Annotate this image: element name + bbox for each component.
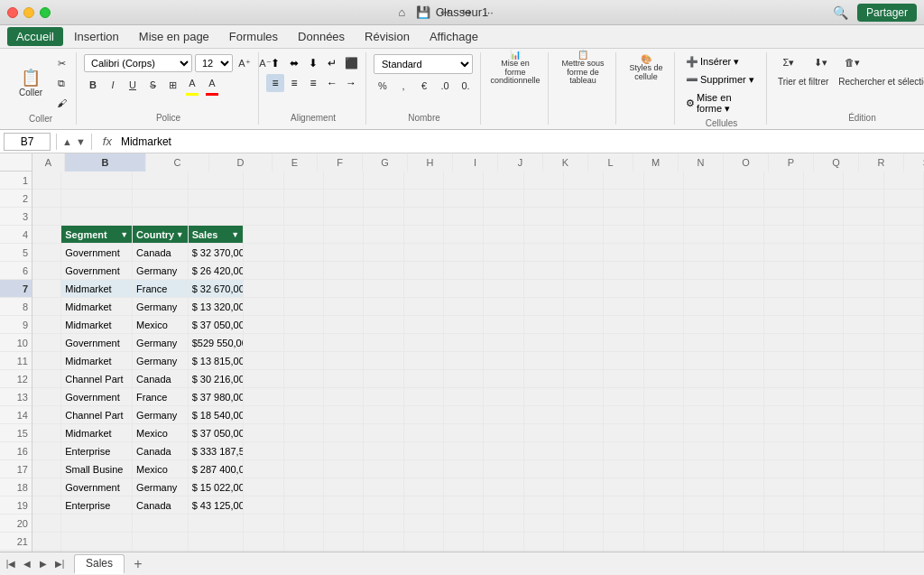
cell-J3[interactable] (444, 208, 484, 226)
cell-C20[interactable] (133, 515, 189, 533)
row-num-2[interactable]: 2 (0, 190, 32, 208)
cell-B20[interactable] (61, 515, 133, 533)
cell-C16[interactable]: Canada (133, 442, 189, 460)
cell-P15[interactable] (684, 424, 724, 442)
cell-G15[interactable] (324, 424, 364, 442)
cell-I7[interactable] (404, 280, 444, 298)
col-header-j[interactable]: J (498, 153, 543, 172)
cell-T6[interactable] (844, 262, 883, 280)
row-num-6[interactable]: 6 (0, 262, 32, 280)
cell-B17[interactable]: Small Busine (61, 460, 133, 478)
cell-P20[interactable] (684, 515, 724, 533)
cell-R8[interactable] (764, 298, 804, 316)
cell-L18[interactable] (524, 478, 564, 496)
home-icon[interactable]: ⌂ (393, 4, 411, 22)
cell-T14[interactable] (844, 406, 883, 424)
cell-D21[interactable] (189, 533, 245, 551)
fill-color-button[interactable]: A (183, 74, 201, 92)
cell-G2[interactable] (324, 190, 364, 208)
cell-L17[interactable] (524, 460, 564, 478)
cell-R1[interactable] (764, 172, 804, 190)
cell-N7[interactable] (604, 280, 643, 298)
cell-U9[interactable] (884, 316, 924, 334)
col-header-i[interactable]: I (453, 153, 498, 172)
cell-T4[interactable] (844, 226, 883, 244)
cell-B9[interactable]: Midmarket (61, 316, 133, 334)
sort-filter-button[interactable]: Trier et filtrer (774, 74, 832, 89)
cell-R18[interactable] (764, 478, 804, 496)
cell-N15[interactable] (604, 424, 643, 442)
cell-P9[interactable] (684, 316, 724, 334)
cell-P19[interactable] (684, 496, 724, 515)
cell-U14[interactable] (884, 406, 924, 424)
cell-F18[interactable] (284, 478, 324, 496)
cell-H19[interactable] (364, 496, 403, 515)
row-num-9[interactable]: 9 (0, 316, 32, 334)
cell-F9[interactable] (284, 316, 324, 334)
cell-P17[interactable] (684, 460, 724, 478)
cell-T19[interactable] (844, 496, 883, 515)
cell-U5[interactable] (884, 244, 924, 262)
cell-O13[interactable] (644, 388, 684, 406)
cell-S9[interactable] (804, 316, 844, 334)
cell-F6[interactable] (284, 262, 324, 280)
cell-S15[interactable] (804, 424, 844, 442)
cell-O12[interactable] (644, 370, 684, 388)
cell-T8[interactable] (844, 298, 883, 316)
menu-mise-en-page[interactable]: Mise en page (130, 27, 218, 46)
cell-C18[interactable]: Germany (133, 478, 189, 496)
cell-N20[interactable] (604, 515, 643, 533)
cell-A15[interactable] (32, 424, 61, 442)
cell-P13[interactable] (684, 388, 724, 406)
cell-C19[interactable]: Canada (133, 496, 189, 515)
cell-N14[interactable] (604, 406, 643, 424)
next-sheet-button[interactable]: ▶ (36, 557, 51, 571)
decrease-decimal-button[interactable]: 0. (457, 77, 475, 95)
cell-O20[interactable] (644, 515, 684, 533)
row-num-21[interactable]: 21 (0, 533, 32, 551)
cell-F8[interactable] (284, 298, 324, 316)
cell-I6[interactable] (404, 262, 444, 280)
cell-E2[interactable] (244, 190, 283, 208)
cell-I8[interactable] (404, 298, 444, 316)
align-center-button[interactable]: ≡ (285, 74, 303, 92)
cell-E15[interactable] (244, 424, 283, 442)
cell-O9[interactable] (644, 316, 684, 334)
cell-I14[interactable] (404, 406, 444, 424)
cell-E21[interactable] (244, 533, 283, 551)
corner-cell[interactable] (0, 153, 32, 172)
cell-I13[interactable] (404, 388, 444, 406)
cell-A5[interactable] (32, 244, 61, 262)
cell-Q12[interactable] (724, 370, 763, 388)
cell-F2[interactable] (284, 190, 324, 208)
row-num-4[interactable]: 4 (0, 226, 32, 244)
cell-S16[interactable] (804, 442, 844, 460)
cell-R5[interactable] (764, 244, 804, 262)
cut-button[interactable]: ✂ (52, 54, 70, 72)
cell-I16[interactable] (404, 442, 444, 460)
cell-O7[interactable] (644, 280, 684, 298)
cell-T12[interactable] (844, 370, 883, 388)
cell-R7[interactable] (764, 280, 804, 298)
increase-font-button[interactable]: A⁺ (236, 54, 254, 72)
row-num-18[interactable]: 18 (0, 478, 32, 496)
cell-H4[interactable] (364, 226, 403, 244)
cell-G12[interactable] (324, 370, 364, 388)
cell-D17[interactable]: $ 287 400,00 (189, 460, 245, 478)
cell-C4[interactable]: Country▼ (133, 226, 189, 244)
percent-button[interactable]: % (374, 77, 392, 95)
cell-O11[interactable] (644, 352, 684, 370)
cell-S2[interactable] (804, 190, 844, 208)
cell-L16[interactable] (524, 442, 564, 460)
cell-M11[interactable] (564, 352, 604, 370)
cell-N3[interactable] (604, 208, 643, 226)
cell-K7[interactable] (484, 280, 523, 298)
col-header-a[interactable]: A (32, 153, 65, 172)
cell-J1[interactable] (444, 172, 484, 190)
cell-O14[interactable] (644, 406, 684, 424)
cell-C2[interactable] (133, 190, 189, 208)
row-num-13[interactable]: 13 (0, 388, 32, 406)
cell-S21[interactable] (804, 533, 844, 551)
cell-U20[interactable] (884, 515, 924, 533)
cell-R16[interactable] (764, 442, 804, 460)
